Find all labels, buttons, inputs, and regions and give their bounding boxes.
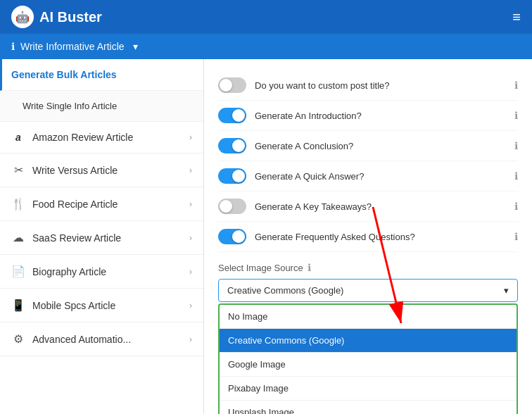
header: 🤖 AI Buster ≡ bbox=[0, 0, 532, 34]
versus-icon: ✂ bbox=[11, 163, 25, 177]
sidebar-item-mobile-specs[interactable]: 📱 Mobile Spcs Article › bbox=[0, 289, 203, 322]
amazon-icon: a bbox=[11, 132, 25, 143]
mobile-icon: 📱 bbox=[11, 299, 25, 312]
sub-header-label: Write Informative Article bbox=[20, 41, 125, 52]
chevron-right-icon: › bbox=[189, 132, 192, 142]
sidebar-item-label: SaaS Review Article bbox=[32, 232, 182, 244]
app-title: AI Buster bbox=[39, 9, 102, 25]
dropdown-item-pixabay-image[interactable]: Pixabay Image bbox=[220, 376, 517, 400]
chevron-right-icon: › bbox=[189, 334, 192, 344]
food-icon: 🍴 bbox=[11, 197, 25, 211]
dropdown-item-unsplash-image[interactable]: Unsplash Image bbox=[220, 400, 517, 414]
toggle-switch-generate-faq[interactable] bbox=[218, 229, 246, 244]
toggle-label: Generate Frequently Asked Questions? bbox=[255, 232, 506, 242]
settings-icon: ⚙ bbox=[11, 332, 25, 346]
toggle-switch-custom-post-title[interactable] bbox=[218, 77, 246, 93]
dropdown-item-creative-commons[interactable]: Creative Commons (Google) bbox=[220, 328, 517, 352]
logo: 🤖 AI Buster bbox=[11, 6, 102, 28]
dropdown-item-no-image[interactable]: No Image bbox=[220, 305, 517, 328]
info-icon[interactable]: ℹ bbox=[514, 140, 518, 151]
info-icon[interactable]: ℹ bbox=[514, 170, 518, 182]
toggle-generate-conclusion: Generate A Conclusion? ℹ bbox=[218, 131, 518, 161]
cloud-icon: ☁ bbox=[11, 231, 25, 244]
select-display[interactable]: Creative Commons (Google) ▾ bbox=[219, 280, 517, 301]
sidebar-item-biography[interactable]: 📄 Biography Article › bbox=[0, 255, 203, 289]
toggle-switch-generate-conclusion[interactable] bbox=[218, 138, 246, 153]
toggle-generate-key-takeaways: Generate A Key Takeaways? ℹ bbox=[218, 192, 518, 222]
image-source-dropdown: No Image Creative Commons (Google) Googl… bbox=[218, 303, 518, 414]
chevron-right-icon: › bbox=[189, 233, 192, 243]
image-source-select[interactable]: Creative Commons (Google) ▾ bbox=[218, 279, 518, 302]
toggle-label: Generate A Key Takeaways? bbox=[255, 201, 506, 212]
toggle-switch-generate-key-takeaways[interactable] bbox=[218, 199, 246, 214]
toggle-custom-post-title: Do you want to custom post title? ℹ bbox=[218, 70, 518, 101]
sidebar-item-label: Amazon Review Article bbox=[32, 132, 182, 143]
chevron-right-icon: › bbox=[189, 301, 192, 310]
sidebar-item-label: Biography Article bbox=[32, 266, 182, 277]
sidebar-item-write-versus[interactable]: ✂ Write Versus Article › bbox=[0, 153, 203, 187]
image-source-label: Select Image Source ℹ bbox=[218, 262, 518, 273]
content-panel: Do you want to custom post title? ℹ Gene… bbox=[204, 59, 532, 414]
info-icon: ℹ bbox=[11, 41, 15, 52]
chevron-right-icon: › bbox=[189, 267, 192, 277]
sidebar-item-saas-review[interactable]: ☁ SaaS Review Article › bbox=[0, 221, 203, 255]
toggle-label: Generate A Conclusion? bbox=[255, 141, 506, 151]
chevron-right-icon: › bbox=[189, 165, 192, 175]
info-icon[interactable]: ℹ bbox=[514, 201, 518, 212]
info-icon[interactable]: ℹ bbox=[514, 110, 518, 121]
chevron-down-icon: ▾ bbox=[504, 285, 509, 296]
sub-header-dropdown-arrow[interactable]: ▾ bbox=[133, 41, 138, 52]
sidebar-item-food-recipe[interactable]: 🍴 Food Recipe Article › bbox=[0, 187, 203, 221]
sidebar-item-label: Food Recipe Article bbox=[32, 199, 182, 210]
toggle-generate-quick-answer: Generate A Quick Answer? ℹ bbox=[218, 161, 518, 192]
sidebar-item-advanced[interactable]: ⚙ Advanced Automatio... › bbox=[0, 322, 203, 356]
sub-header: ℹ Write Informative Article ▾ bbox=[0, 34, 532, 59]
toggle-label: Generate An Introduction? bbox=[255, 111, 506, 121]
dropdown-item-google-image[interactable]: Google Image bbox=[220, 352, 517, 376]
chevron-right-icon: › bbox=[189, 199, 192, 209]
toggle-generate-intro: Generate An Introduction? ℹ bbox=[218, 101, 518, 131]
main-layout: Generate Bulk Articles Write Single Info… bbox=[0, 59, 532, 414]
sidebar-item-label: Generate Bulk Articles bbox=[11, 69, 192, 80]
toggle-switch-generate-intro[interactable] bbox=[218, 108, 246, 123]
sidebar-item-label: Write Versus Article bbox=[32, 165, 182, 176]
info-icon[interactable]: ℹ bbox=[514, 80, 518, 91]
selected-value: Creative Commons (Google) bbox=[227, 285, 343, 296]
logo-icon: 🤖 bbox=[11, 6, 34, 28]
sidebar-item-write-single[interactable]: Write Single Info Article bbox=[0, 91, 203, 122]
toggle-switch-generate-quick-answer[interactable] bbox=[218, 168, 246, 184]
toggle-generate-faq: Generate Frequently Asked Questions? ℹ bbox=[218, 222, 518, 252]
sidebar-item-amazon-review[interactable]: a Amazon Review Article › bbox=[0, 122, 203, 153]
toggle-label: Generate A Quick Answer? bbox=[255, 171, 506, 182]
sidebar-item-label: Advanced Automatio... bbox=[32, 334, 182, 345]
hamburger-menu[interactable]: ≡ bbox=[512, 9, 521, 25]
sidebar-item-label: Write Single Info Article bbox=[23, 101, 192, 111]
info-icon[interactable]: ℹ bbox=[308, 262, 311, 273]
sidebar: Generate Bulk Articles Write Single Info… bbox=[0, 59, 204, 414]
biography-icon: 📄 bbox=[11, 265, 25, 278]
toggle-label: Do you want to custom post title? bbox=[255, 80, 506, 91]
info-icon[interactable]: ℹ bbox=[514, 231, 518, 242]
sidebar-item-label: Mobile Spcs Article bbox=[32, 300, 182, 311]
sidebar-item-generate-bulk[interactable]: Generate Bulk Articles bbox=[0, 59, 203, 91]
